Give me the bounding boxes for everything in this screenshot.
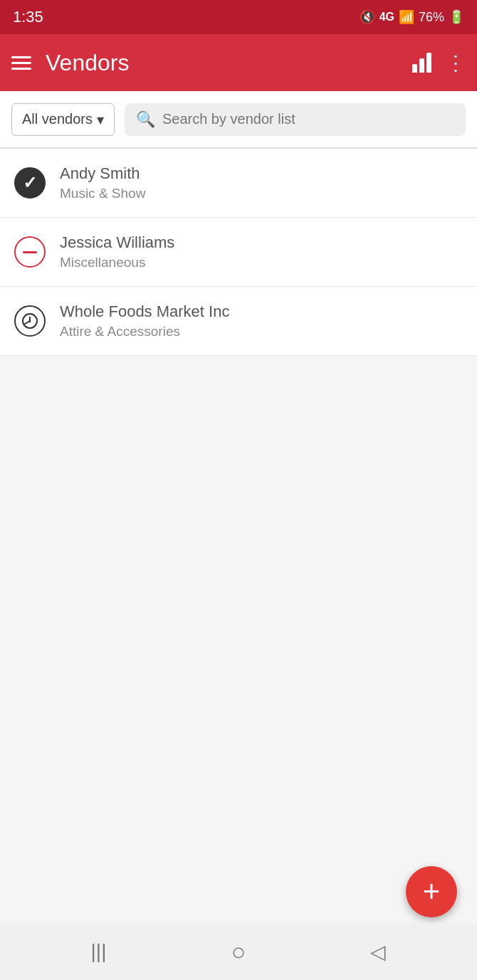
status-time: 1:35 — [13, 8, 43, 26]
no-sound-icon: 🔇 — [360, 9, 375, 25]
more-options-icon[interactable]: ⋮ — [446, 51, 466, 75]
home-icon[interactable]: ○ — [231, 938, 246, 966]
search-input[interactable] — [162, 111, 454, 127]
clock-icon — [14, 305, 46, 337]
signal-bars-icon: 📶 — [399, 9, 414, 25]
vendor-name: Andy Smith — [60, 164, 463, 183]
nav-bar: ||| ○ ◁ — [0, 923, 477, 980]
add-vendor-button[interactable]: + — [406, 866, 457, 917]
all-vendors-label: All vendors — [22, 111, 93, 127]
status-bar: 1:35 🔇 4G 📶 76% 🔋 — [0, 0, 477, 34]
search-icon: 🔍 — [136, 110, 155, 129]
chevron-down-icon: ▾ — [97, 111, 104, 128]
vendor-name: Jessica Williams — [60, 233, 463, 252]
status-icons: 🔇 4G 📶 76% 🔋 — [360, 9, 464, 25]
minus-icon — [14, 236, 46, 268]
all-vendors-dropdown[interactable]: All vendors ▾ — [11, 103, 115, 136]
vendor-category: Attire & Accessories — [60, 324, 463, 339]
back-icon[interactable]: ◁ — [370, 940, 386, 964]
filter-bar: All vendors ▾ 🔍 — [0, 91, 477, 148]
search-box[interactable]: 🔍 — [125, 103, 466, 136]
list-item[interactable]: Jessica Williams Miscellaneous — [0, 218, 477, 287]
battery-icon: 🔋 — [449, 9, 464, 25]
vendor-name: Whole Foods Market Inc — [60, 302, 463, 321]
recent-apps-icon[interactable]: ||| — [91, 940, 107, 963]
vendor-info: Whole Foods Market Inc Attire & Accessor… — [60, 302, 463, 339]
vendor-list: Andy Smith Music & Show Jessica Williams… — [0, 148, 477, 356]
bar-chart-icon[interactable] — [412, 53, 431, 73]
vendor-info: Jessica Williams Miscellaneous — [60, 233, 463, 270]
check-icon — [14, 167, 46, 199]
page-title: Vendors — [46, 50, 398, 76]
list-item[interactable]: Whole Foods Market Inc Attire & Accessor… — [0, 287, 477, 356]
vendor-category: Music & Show — [60, 186, 463, 201]
vendor-category: Miscellaneous — [60, 255, 463, 270]
hamburger-menu-icon[interactable] — [11, 56, 31, 70]
app-bar: Vendors ⋮ — [0, 34, 477, 91]
vendor-info: Andy Smith Music & Show — [60, 164, 463, 201]
signal-4g-icon: 4G — [379, 11, 394, 23]
list-item[interactable]: Andy Smith Music & Show — [0, 149, 477, 218]
battery-label: 76% — [419, 10, 444, 25]
plus-icon: + — [423, 877, 441, 907]
